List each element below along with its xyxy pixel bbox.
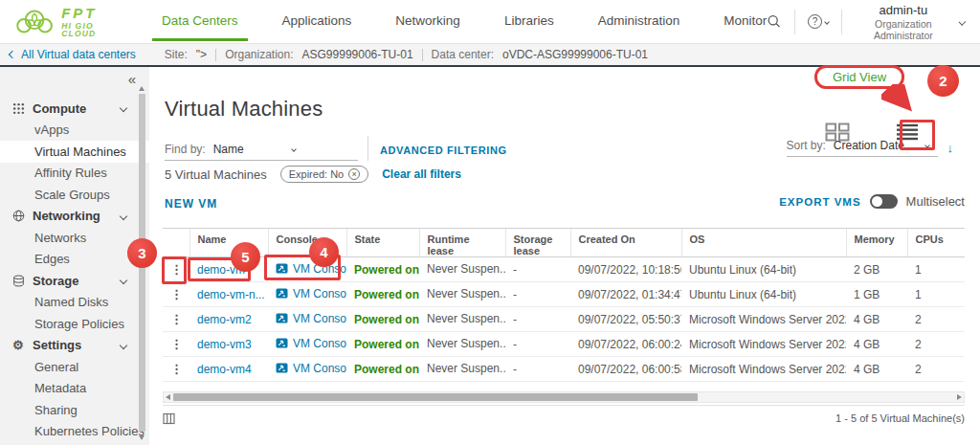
nav-tab-networking[interactable]: Networking bbox=[395, 0, 460, 44]
row-kebab-menu[interactable]: ⋮ bbox=[170, 312, 183, 326]
vm-console-link[interactable]: VM Console bbox=[276, 362, 346, 375]
vm-os: Microsoft Windows Server 2022 (64-b... bbox=[681, 357, 846, 382]
scroll-right-arrow-icon[interactable] bbox=[957, 394, 962, 400]
sidebar-item-edges[interactable]: Edges bbox=[0, 249, 149, 271]
horizontal-scrollbar[interactable] bbox=[163, 391, 965, 403]
sort-by-select[interactable]: Sort by: Creation Date bbox=[787, 137, 938, 157]
search-icon[interactable] bbox=[767, 12, 782, 31]
sidebar-section-settings[interactable]: ⚙ Settings bbox=[0, 335, 149, 357]
storage-lease: - bbox=[505, 332, 570, 357]
storage-lease: - bbox=[505, 357, 570, 382]
sidebar-item-affinity-rules[interactable]: Affinity Rules bbox=[0, 163, 149, 185]
nav-tab-data-centers[interactable]: Data Centers bbox=[162, 0, 238, 44]
nav-tab-libraries[interactable]: Libraries bbox=[504, 0, 554, 44]
column-header-storage-lease[interactable]: Storage lease bbox=[505, 229, 570, 257]
table-row: ⋮ demo-vm VM Console Powered on Never Su… bbox=[163, 257, 965, 282]
scrollbar-thumb[interactable] bbox=[173, 393, 698, 401]
breadcrumb-back-link[interactable]: All Virtual data centers bbox=[10, 48, 136, 61]
sort-by-value: Creation Date bbox=[834, 139, 904, 152]
divider bbox=[215, 49, 216, 61]
user-menu[interactable]: admin-tu Organization Administrator bbox=[855, 3, 965, 41]
chevron-left-icon bbox=[9, 51, 16, 58]
column-picker-icon[interactable] bbox=[163, 412, 175, 425]
column-header-memory[interactable]: Memory bbox=[846, 229, 907, 257]
clear-all-filters-link[interactable]: Clear all filters bbox=[382, 167, 461, 181]
runtime-lease: Never Suspen... bbox=[427, 287, 505, 300]
nav-tab-administration[interactable]: Administration bbox=[598, 0, 680, 44]
vm-console-link[interactable]: VM Console bbox=[276, 287, 346, 300]
vm-table: NameConsoleStateRuntime leaseStorage lea… bbox=[163, 228, 965, 382]
sidebar-item-vapps[interactable]: vApps bbox=[0, 120, 149, 142]
sidebar-section-networking[interactable]: Networking bbox=[0, 206, 149, 228]
scrollbar-thumb[interactable] bbox=[139, 94, 145, 432]
console-icon bbox=[276, 338, 288, 348]
runtime-lease: Never Suspen... bbox=[427, 337, 505, 350]
vm-console-link[interactable]: VM Console bbox=[276, 262, 346, 276]
vm-name-link[interactable]: demo-vm4 bbox=[197, 363, 252, 376]
divider bbox=[794, 10, 795, 34]
column-header-cpus[interactable]: CPUs bbox=[907, 229, 965, 257]
column-header-state[interactable]: State bbox=[346, 229, 419, 257]
sidebar-item-general[interactable]: General bbox=[0, 356, 149, 378]
storage-icon bbox=[12, 275, 25, 287]
find-by-input[interactable]: Find by: Name bbox=[165, 141, 358, 161]
chevron-down-icon bbox=[120, 277, 127, 284]
scroll-down-arrow-icon[interactable] bbox=[139, 435, 145, 440]
sort-direction-icon[interactable]: ↓ bbox=[947, 141, 954, 157]
sidebar-collapse-button[interactable]: « bbox=[128, 71, 136, 87]
chevron-down-icon bbox=[291, 146, 297, 152]
vm-name-link[interactable]: demo-vm3 bbox=[197, 338, 252, 351]
multiselect-toggle[interactable] bbox=[870, 194, 898, 209]
table-header-row: NameConsoleStateRuntime leaseStorage lea… bbox=[163, 229, 965, 257]
logo-text-fpt: FPT bbox=[61, 6, 123, 20]
chip-remove-icon[interactable]: × bbox=[348, 168, 360, 180]
vm-memory: 4 GB bbox=[846, 332, 907, 357]
vm-memory: 4 GB bbox=[846, 357, 907, 382]
export-vms-button[interactable]: EXPORT VMS bbox=[779, 196, 860, 208]
advanced-filtering-link[interactable]: ADVANCED FILTERING bbox=[380, 145, 507, 156]
nav-tab-monitor[interactable]: Monitor bbox=[724, 0, 767, 44]
column-header-created-on[interactable]: Created On bbox=[570, 229, 681, 257]
sidebar-item-scale-groups[interactable]: Scale Groups bbox=[0, 184, 149, 206]
vm-cpus: 2 bbox=[907, 332, 965, 357]
sidebar-item-kubernetes-policies[interactable]: Kubernetes Policies bbox=[0, 421, 149, 443]
vm-state: Powered on bbox=[354, 338, 419, 351]
primary-nav: Data Centers Applications Networking Lib… bbox=[162, 0, 767, 44]
vm-os: Microsoft Windows Server 2022 (64-b... bbox=[681, 332, 846, 357]
vm-cpus: 2 bbox=[907, 307, 965, 332]
sidebar-item-named-disks[interactable]: Named Disks bbox=[0, 292, 149, 314]
scroll-up-arrow-icon[interactable] bbox=[139, 86, 145, 91]
nav-tab-applications[interactable]: Applications bbox=[282, 0, 352, 44]
help-menu[interactable]: ? bbox=[808, 14, 829, 29]
row-kebab-menu[interactable]: ⋮ bbox=[170, 262, 183, 277]
vm-console-link[interactable]: VM Console bbox=[276, 337, 346, 350]
vm-state: Powered on bbox=[354, 288, 419, 301]
table-row: ⋮ demo-vm3 VM Console Powered on Never S… bbox=[163, 332, 965, 357]
sidebar-section-storage[interactable]: Storage bbox=[0, 270, 149, 292]
vm-name-link[interactable]: demo-vm bbox=[197, 263, 245, 277]
vm-name-link[interactable]: demo-vm-n... bbox=[197, 288, 265, 301]
column-header-name[interactable]: Name bbox=[189, 229, 268, 257]
sidebar-item-sharing[interactable]: Sharing bbox=[0, 399, 149, 421]
sidebar-scrollbar[interactable] bbox=[138, 84, 146, 443]
cloud-logo-icon bbox=[13, 6, 56, 37]
sidebar-item-networks[interactable]: Networks bbox=[0, 227, 149, 249]
sidebar-item-metadata[interactable]: Metadata bbox=[0, 378, 149, 400]
row-kebab-menu[interactable]: ⋮ bbox=[170, 362, 183, 376]
sidebar-item-virtual-machines[interactable]: Virtual Machines bbox=[0, 141, 149, 163]
vm-state: Powered on bbox=[354, 263, 419, 277]
column-header-console[interactable]: Console bbox=[268, 229, 346, 257]
sidebar-item-storage-policies[interactable]: Storage Policies bbox=[0, 313, 149, 335]
scroll-left-arrow-icon[interactable] bbox=[166, 394, 170, 400]
main-content: Virtual Machines Find by: Name bbox=[149, 67, 980, 445]
row-kebab-menu[interactable]: ⋮ bbox=[170, 337, 183, 351]
vm-name-link[interactable]: demo-vm2 bbox=[197, 313, 252, 326]
vm-console-link[interactable]: VM Console bbox=[276, 312, 346, 325]
row-kebab-menu[interactable]: ⋮ bbox=[170, 287, 183, 301]
sidebar-section-compute[interactable]: Compute bbox=[0, 98, 149, 120]
column-header-runtime-lease[interactable]: Runtime lease bbox=[419, 229, 505, 257]
find-by-label: Find by: bbox=[165, 143, 206, 156]
column-header-os[interactable]: OS bbox=[681, 229, 846, 257]
top-navbar: FPT HI GIO CLOUD Data Centers Applicatio… bbox=[0, 0, 980, 44]
new-vm-button[interactable]: NEW VM bbox=[165, 197, 217, 211]
